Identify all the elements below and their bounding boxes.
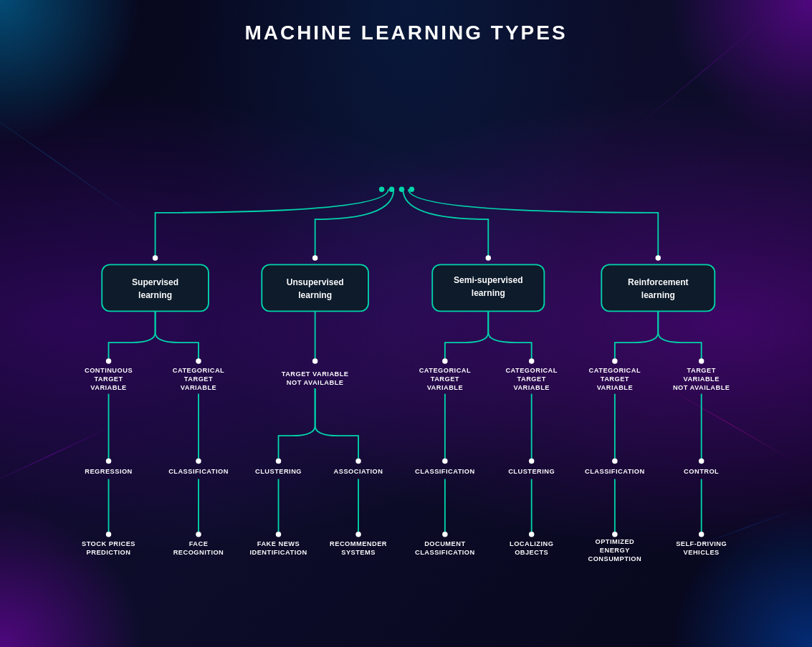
svg-point-21: [196, 358, 201, 363]
svg-point-66: [355, 532, 360, 537]
svg-text:NOT AVAILABLE: NOT AVAILABLE: [287, 379, 344, 386]
svg-text:CATEGORICAL: CATEGORICAL: [419, 367, 471, 374]
svg-point-7: [656, 255, 661, 260]
svg-point-70: [699, 532, 704, 537]
svg-text:FACE: FACE: [189, 540, 209, 547]
svg-point-24: [529, 358, 534, 363]
svg-point-64: [196, 532, 201, 537]
svg-text:learning: learning: [138, 290, 172, 300]
svg-point-26: [699, 358, 704, 363]
svg-text:Reinforcement: Reinforcement: [628, 277, 689, 287]
svg-point-53: [612, 459, 617, 464]
svg-text:CLASSIFICATION: CLASSIFICATION: [168, 468, 229, 475]
svg-point-0: [379, 187, 384, 192]
svg-text:DOCUMENT: DOCUMENT: [424, 540, 465, 547]
svg-text:learning: learning: [298, 290, 332, 300]
svg-point-6: [486, 255, 491, 260]
svg-text:NOT AVAILABLE: NOT AVAILABLE: [673, 384, 730, 391]
svg-text:CATEGORICAL: CATEGORICAL: [589, 367, 641, 374]
svg-text:CLASSIFICATION: CLASSIFICATION: [585, 468, 645, 475]
svg-text:LOCALIZING: LOCALIZING: [510, 540, 553, 547]
svg-point-50: [355, 459, 360, 464]
svg-text:CLUSTERING: CLUSTERING: [508, 468, 555, 475]
main-container: MACHINE LEARNING TYPES Supe: [0, 0, 812, 647]
svg-text:Supervised: Supervised: [132, 277, 178, 287]
svg-point-4: [153, 255, 158, 260]
svg-text:RECOMMENDER: RECOMMENDER: [330, 540, 387, 547]
svg-text:VARIABLE: VARIABLE: [181, 384, 216, 391]
svg-text:SYSTEMS: SYSTEMS: [341, 549, 376, 556]
svg-text:TARGET: TARGET: [184, 375, 213, 383]
svg-point-52: [529, 459, 534, 464]
svg-text:TARGET VARIABLE: TARGET VARIABLE: [282, 370, 349, 378]
svg-text:CATEGORICAL: CATEGORICAL: [173, 367, 224, 374]
svg-text:SELF-DRIVING: SELF-DRIVING: [676, 540, 727, 547]
svg-point-23: [442, 358, 447, 363]
svg-text:VEHICLES: VEHICLES: [684, 549, 720, 556]
svg-rect-8: [102, 264, 209, 311]
svg-text:PREDICTION: PREDICTION: [87, 549, 131, 556]
svg-point-5: [312, 255, 317, 260]
svg-text:ENERGY: ENERGY: [600, 547, 630, 554]
svg-point-68: [529, 532, 534, 537]
svg-text:OPTIMIZED: OPTIMIZED: [596, 538, 635, 545]
svg-text:VARIABLE: VARIABLE: [683, 375, 719, 383]
svg-text:VARIABLE: VARIABLE: [597, 384, 633, 391]
svg-point-25: [612, 358, 617, 363]
svg-point-63: [106, 532, 111, 537]
svg-text:STOCK PRICES: STOCK PRICES: [82, 540, 135, 547]
svg-point-69: [612, 532, 617, 537]
svg-text:CLUSTERING: CLUSTERING: [255, 468, 302, 475]
svg-text:CONTROL: CONTROL: [684, 468, 719, 475]
svg-text:CATEGORICAL: CATEGORICAL: [505, 367, 557, 374]
svg-point-49: [276, 459, 281, 464]
svg-point-67: [442, 532, 447, 537]
svg-point-20: [106, 358, 111, 363]
svg-text:TARGET: TARGET: [517, 375, 546, 383]
svg-point-47: [106, 459, 111, 464]
svg-text:CLASSIFICATION: CLASSIFICATION: [415, 549, 475, 556]
svg-text:IDENTIFICATION: IDENTIFICATION: [249, 549, 307, 556]
svg-text:CONSUMPTION: CONSUMPTION: [588, 555, 641, 562]
svg-point-3: [409, 187, 414, 192]
page-title: MACHINE LEARNING TYPES: [29, 21, 783, 44]
svg-text:learning: learning: [641, 290, 675, 300]
svg-text:VARIABLE: VARIABLE: [513, 384, 549, 391]
svg-text:Unsupervised: Unsupervised: [287, 277, 344, 287]
svg-text:TARGET: TARGET: [601, 375, 629, 383]
svg-text:TARGET: TARGET: [94, 375, 123, 383]
svg-text:VARIABLE: VARIABLE: [90, 384, 126, 391]
svg-point-65: [276, 532, 281, 537]
svg-text:REGRESSION: REGRESSION: [85, 468, 133, 475]
svg-text:Semi-supervised: Semi-supervised: [454, 275, 523, 285]
svg-text:TARGET: TARGET: [431, 375, 459, 383]
svg-text:CONTINUOUS: CONTINUOUS: [85, 367, 133, 374]
svg-text:TARGET: TARGET: [687, 367, 716, 374]
svg-text:RECOGNITION: RECOGNITION: [173, 549, 224, 556]
svg-point-48: [196, 459, 201, 464]
svg-point-51: [442, 459, 447, 464]
svg-text:OBJECTS: OBJECTS: [515, 549, 548, 556]
diagram: Supervised learning Unsupervised learnin…: [29, 59, 783, 646]
svg-rect-11: [262, 264, 368, 311]
svg-text:learning: learning: [472, 288, 505, 298]
svg-text:CLASSIFICATION: CLASSIFICATION: [415, 468, 475, 475]
svg-text:ASSOCIATION: ASSOCIATION: [334, 468, 383, 475]
svg-text:VARIABLE: VARIABLE: [427, 384, 463, 391]
svg-rect-17: [601, 264, 715, 311]
svg-point-22: [312, 358, 317, 363]
svg-point-54: [699, 459, 704, 464]
svg-text:FAKE NEWS: FAKE NEWS: [257, 540, 300, 547]
